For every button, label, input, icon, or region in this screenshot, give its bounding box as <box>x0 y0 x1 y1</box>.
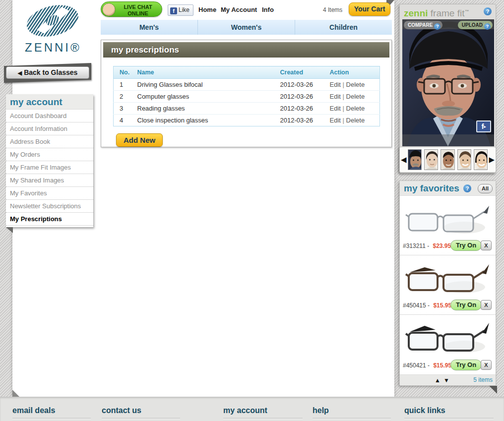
cell-no: 2 <box>114 91 134 103</box>
frame-fit-brand: zenni <box>404 8 428 18</box>
glasses-image[interactable] <box>405 199 490 239</box>
tab-womens[interactable]: Women's <box>198 20 295 35</box>
model-thumbnail[interactable] <box>474 149 488 170</box>
cell-name: Computer glasses <box>134 91 277 103</box>
sidebar-item-account-dashboard[interactable]: Account Dashboard <box>6 110 93 122</box>
model-thumbnail[interactable] <box>424 149 438 170</box>
upload-help-icon[interactable]: ? <box>484 23 491 30</box>
tab-mens[interactable]: Men's <box>101 20 198 35</box>
remove-favorite-button[interactable]: X <box>481 360 492 370</box>
sidebar-item-my-shared-images[interactable]: My Shared Images <box>6 174 93 187</box>
remove-favorite-button[interactable]: X <box>481 241 492 250</box>
try-on-button[interactable]: Try On <box>450 300 482 310</box>
scroll-right-icon[interactable]: ▶ <box>489 155 495 164</box>
compare-label: COMPARE <box>408 22 433 28</box>
corner-fold-account-panel <box>6 227 13 233</box>
action-separator: | <box>343 81 344 88</box>
favorites-count: 5 items <box>473 376 493 383</box>
model-thumbnail[interactable] <box>408 149 422 170</box>
cell-no: 1 <box>114 79 134 91</box>
facebook-share-button[interactable]: f▸ <box>476 120 491 132</box>
back-to-glasses-button[interactable]: ◀Back to Glasses <box>6 66 89 79</box>
remove-favorite-button[interactable]: X <box>481 300 492 310</box>
glasses-image[interactable] <box>405 258 490 298</box>
sidebar-item-my-prescriptions[interactable]: My Prescriptions <box>6 213 93 226</box>
table-row: 2 Computer glasses 2012-03-26 Edit | Del… <box>114 91 380 103</box>
zenni-logo[interactable]: ZENNI® <box>25 4 80 55</box>
favorite-info-row: #313211 - $23.95 Try On X <box>403 240 493 252</box>
try-on-button[interactable]: Try On <box>450 360 482 370</box>
my-account-title: my account <box>6 94 93 110</box>
your-cart-button[interactable]: Your Cart <box>349 2 390 16</box>
cell-created: 2012-03-26 <box>277 91 327 103</box>
zenni-logo-icon <box>25 4 80 38</box>
edit-link[interactable]: Edit <box>330 105 341 112</box>
facebook-like-button[interactable]: fLike <box>168 4 193 16</box>
frame-sku: #450415 - <box>403 302 430 309</box>
tab-children[interactable]: Children <box>295 20 392 35</box>
frame-fit-title: zenni frame fit™ <box>400 4 496 18</box>
footer-help[interactable]: help <box>313 406 391 419</box>
nav-home[interactable]: Home <box>198 6 216 13</box>
live-chat-line1: LIVE CHAT <box>124 4 152 10</box>
page-title: my prescriptions <box>103 42 389 58</box>
model-thumbnail[interactable] <box>441 149 454 170</box>
live-chat-line2: ONLINE <box>127 10 148 16</box>
like-label: Like <box>179 6 189 13</box>
delete-link[interactable]: Delete <box>346 117 365 124</box>
upload-button[interactable]: UPLOAD? <box>458 21 493 29</box>
table-row: 1 Driving Glasses bifocal 2012-03-26 Edi… <box>114 79 380 91</box>
favorites-help-icon[interactable]: ? <box>463 184 471 192</box>
try-on-button[interactable]: Try On <box>450 240 482 251</box>
sidebar-item-account-information[interactable]: Account Information <box>6 122 93 135</box>
live-chat-button[interactable]: LIVE CHAT ONLINE <box>101 1 162 17</box>
delete-link[interactable]: Delete <box>346 81 365 88</box>
footer-my-account[interactable]: my account <box>223 406 303 419</box>
sidebar-item-my-favorites[interactable]: My Favorites <box>6 187 93 200</box>
cell-name: Reading glasses <box>134 103 277 115</box>
table-row: 4 Close inspection glasses 2012-03-26 Ed… <box>114 115 380 126</box>
help-icon[interactable]: ? <box>484 7 492 15</box>
corner-fold-favorites <box>489 386 497 394</box>
model-thumbnail[interactable] <box>457 149 471 170</box>
edit-link[interactable]: Edit <box>330 81 341 88</box>
cell-created: 2012-03-26 <box>277 115 327 126</box>
photo-action-bar <box>402 134 494 146</box>
favorite-info-row: #450421 - $15.95 Try On X <box>403 360 493 371</box>
sidebar-item-newsletter-subscriptions[interactable]: Newsletter Subscriptions <box>6 200 93 213</box>
favorite-info-row: #450415 - $15.95 Try On X <box>403 300 493 311</box>
nav-info[interactable]: Info <box>262 6 274 13</box>
nav-my-account[interactable]: My Account <box>221 6 257 13</box>
scroll-up-icon[interactable]: ▲ <box>435 377 443 384</box>
column-header-action: Action <box>327 66 380 79</box>
sidebar-item-my-orders[interactable]: My Orders <box>6 148 93 161</box>
edit-link[interactable]: Edit <box>330 93 341 100</box>
glasses-image[interactable] <box>405 318 490 358</box>
edit-link[interactable]: Edit <box>330 117 341 124</box>
scroll-left-icon[interactable]: ◀ <box>401 155 407 164</box>
footer-quick-links[interactable]: quick links <box>404 406 494 419</box>
prescriptions-table: No. Name Created Action 1 Driving Glasse… <box>113 66 380 126</box>
footer-email-deals[interactable]: email deals <box>12 406 91 419</box>
corner-fold-bottom-left <box>12 390 19 397</box>
sidebar-item-my-frame-fit-images[interactable]: My Frame Fit Images <box>6 161 93 174</box>
table-header-row: No. Name Created Action <box>114 66 380 79</box>
compare-help-icon[interactable]: ? <box>434 23 441 30</box>
favorites-all-button[interactable]: All <box>478 184 493 193</box>
sidebar-item-address-book[interactable]: Address Book <box>6 135 93 148</box>
frame-price: $15.95 <box>433 362 451 369</box>
favorites-footer: ▲▼ 5 items <box>400 374 496 385</box>
column-header-created: Created <box>277 66 327 79</box>
cell-created: 2012-03-26 <box>277 79 327 91</box>
delete-link[interactable]: Delete <box>346 93 365 100</box>
delete-link[interactable]: Delete <box>346 105 365 112</box>
column-header-no: No. <box>114 66 134 79</box>
live-chat-agent-avatar <box>102 3 116 16</box>
footer-contact-us[interactable]: contact us <box>102 406 180 419</box>
compare-button[interactable]: COMPARE? <box>404 21 442 29</box>
scroll-down-icon[interactable]: ▼ <box>443 377 452 384</box>
model-thumbnail-strip: ◀ ▶ <box>399 147 496 173</box>
frame-sku: #450421 - <box>403 362 430 369</box>
add-new-button[interactable]: Add New <box>116 133 163 147</box>
frame-price: $23.95 <box>433 242 451 249</box>
